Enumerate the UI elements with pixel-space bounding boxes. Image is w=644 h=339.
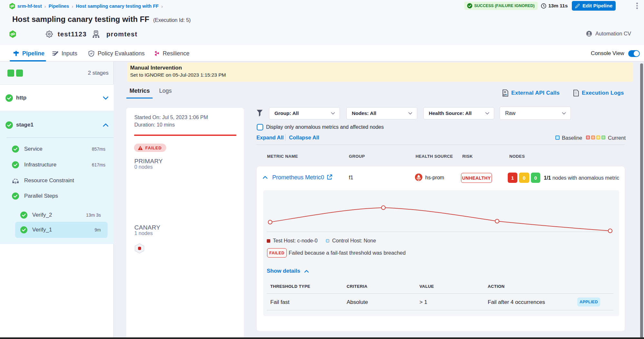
svg-text:API: API	[503, 94, 507, 96]
